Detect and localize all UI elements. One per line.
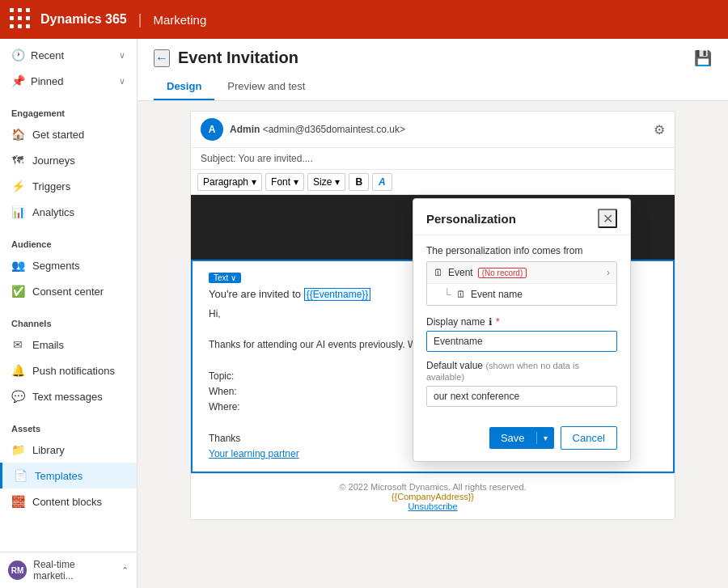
- sidebar-recent[interactable]: 🕐 Recent ∨: [0, 42, 137, 68]
- sidebar-pinned-label: Pinned: [31, 75, 63, 87]
- sidebar-section-audience: Audience 👥 Segments ✅ Consent center: [0, 228, 137, 307]
- sender-avatar: A: [201, 118, 223, 141]
- sidebar-item-journeys[interactable]: 🗺 Journeys: [0, 147, 137, 173]
- sidebar-item-library[interactable]: 📁 Library: [0, 437, 137, 463]
- sidebar-section-assets: Assets 📁 Library 📄 Templates 🧱 Content b…: [0, 412, 137, 518]
- save-chevron[interactable]: ▾: [537, 432, 554, 444]
- sidebar-item-push-notifications[interactable]: 🔔 Push notifications: [0, 357, 137, 383]
- content-area: ← Event Invitation 💾 Design Preview and …: [138, 39, 728, 588]
- from-email: <admin@d365domaintest.co.uk>: [263, 124, 405, 135]
- tabs: Design Preview and test: [154, 74, 712, 100]
- triggers-icon: ⚡: [11, 180, 24, 192]
- get-started-icon: 🏠: [11, 128, 24, 141]
- sidebar-recent-label: Recent: [31, 49, 64, 61]
- sidebar: 🕐 Recent ∨ 📌 Pinned ∨ Engagement 🏠 Get s…: [0, 39, 138, 588]
- size-select[interactable]: Size ▾: [307, 173, 345, 191]
- sidebar-item-templates[interactable]: 📄 Templates: [0, 463, 137, 489]
- text-badge[interactable]: Text ∨: [209, 273, 241, 283]
- save-icon[interactable]: 💾: [694, 50, 712, 66]
- display-name-label: Display name ℹ *: [426, 315, 617, 328]
- tree-parent-label: Event: [448, 267, 473, 278]
- sidebar-section-engagement: Engagement 🏠 Get started 🗺 Journeys ⚡ Tr…: [0, 97, 137, 228]
- event-name-icon: 🗓: [456, 289, 466, 300]
- status-bar-sidebar[interactable]: RM Real-time marketi... ⌃: [0, 552, 137, 588]
- pinned-icon: 📌: [11, 74, 24, 87]
- sidebar-consent-label: Consent center: [32, 286, 104, 298]
- default-value-input[interactable]: [426, 386, 617, 407]
- segments-icon: 👥: [11, 259, 24, 272]
- tree-child-label: Event name: [471, 289, 523, 300]
- subject-row: Subject: You are invited....: [191, 148, 675, 170]
- sidebar-item-get-started[interactable]: 🏠 Get started: [0, 121, 137, 147]
- back-button[interactable]: ←: [154, 49, 170, 67]
- sidebar-item-content-blocks[interactable]: 🧱 Content blocks: [0, 489, 137, 514]
- sidebar-text-label: Text messages: [32, 391, 103, 403]
- learning-partner-link[interactable]: Your learning partner: [209, 448, 299, 459]
- paragraph-select[interactable]: Paragraph ▾: [197, 173, 262, 191]
- sidebar-library-label: Library: [32, 444, 65, 456]
- sidebar-push-label: Push notifications: [32, 365, 115, 377]
- sidebar-item-segments[interactable]: 👥 Segments: [0, 252, 137, 278]
- page-header-actions: 💾: [694, 49, 712, 67]
- tree-child-row: └ 🗓 Event name: [427, 284, 616, 305]
- app-grid-icon[interactable]: [10, 8, 32, 31]
- tab-design[interactable]: Design: [154, 74, 214, 100]
- cancel-button[interactable]: Cancel: [561, 426, 617, 450]
- main-layout: 🕐 Recent ∨ 📌 Pinned ∨ Engagement 🏠 Get s…: [0, 39, 728, 588]
- from-name: Admin: [230, 124, 260, 135]
- required-marker: *: [496, 315, 500, 328]
- size-label: Size: [313, 176, 332, 188]
- editor-area: A Admin <admin@d365domaintest.co.uk> ⚙ S…: [138, 101, 728, 588]
- text-badge-label: Text ∨: [214, 273, 236, 282]
- analytics-icon: 📊: [11, 205, 24, 218]
- font-select[interactable]: Font ▾: [265, 173, 304, 191]
- invited-prefix: You're are invited to: [209, 288, 304, 300]
- sidebar-get-started-label: Get started: [32, 129, 84, 141]
- unsubscribe-link[interactable]: Unsubscribe: [408, 501, 457, 511]
- settings-gear-icon[interactable]: ⚙: [654, 122, 665, 137]
- info-tree: 🗓 Event (No record) › └ 🗓 Event name: [426, 261, 617, 306]
- sidebar-pinned[interactable]: 📌 Pinned ∨: [0, 68, 137, 94]
- bold-button[interactable]: B: [349, 173, 369, 191]
- paragraph-chevron: ▾: [252, 176, 256, 188]
- tab-preview[interactable]: Preview and test: [214, 74, 318, 100]
- dialog-header: Personalization ✕: [413, 199, 630, 235]
- sidebar-item-consent-center[interactable]: ✅ Consent center: [0, 278, 137, 304]
- module-name: Marketing: [153, 13, 206, 27]
- italic-button[interactable]: A: [372, 173, 392, 191]
- paragraph-label: Paragraph: [203, 176, 248, 188]
- tree-parent-row[interactable]: 🗓 Event (No record) ›: [427, 262, 616, 284]
- sidebar-item-text-messages[interactable]: 💬 Text messages: [0, 383, 137, 409]
- dialog-title: Personalization: [426, 212, 516, 226]
- tree-connector: └: [443, 288, 451, 301]
- tree-parent-chevron: ›: [607, 267, 610, 278]
- font-chevron: ▾: [294, 176, 298, 188]
- status-text: Real-time marketi...: [33, 559, 115, 582]
- dialog-close-button[interactable]: ✕: [598, 209, 617, 228]
- sidebar-journeys-label: Journeys: [32, 154, 75, 167]
- save-label: Save: [489, 432, 536, 444]
- dialog-body: The personalization info comes from 🗓 Ev…: [413, 235, 630, 426]
- status-avatar: RM: [8, 561, 27, 580]
- sidebar-item-analytics[interactable]: 📊 Analytics: [0, 199, 137, 225]
- content-blocks-icon: 🧱: [11, 495, 24, 508]
- assets-label: Assets: [0, 416, 137, 437]
- save-button[interactable]: Save ▾: [489, 427, 554, 449]
- sidebar-emails-label: Emails: [32, 339, 64, 351]
- engagement-label: Engagement: [0, 100, 137, 121]
- tree-no-record-badge: (No record): [478, 268, 527, 278]
- dialog-footer: Save ▾ Cancel: [413, 426, 630, 461]
- info-comes-from-label: The personalization info comes from: [426, 245, 617, 256]
- footer-copyright: © 2022 Microsoft Dynamics. All rights re…: [199, 482, 667, 492]
- sidebar-item-triggers[interactable]: ⚡ Triggers: [0, 173, 137, 199]
- sidebar-nav-top: 🕐 Recent ∨ 📌 Pinned ∨: [0, 39, 137, 97]
- recent-icon: 🕐: [11, 49, 24, 61]
- sidebar-section-channels: Channels ✉ Emails 🔔 Push notifications 💬…: [0, 307, 137, 412]
- info-icon: ℹ: [489, 316, 493, 328]
- sidebar-item-emails[interactable]: ✉ Emails: [0, 332, 137, 357]
- tree-parent-left: 🗓 Event (No record): [434, 267, 527, 278]
- display-name-input[interactable]: [426, 331, 617, 352]
- channels-label: Channels: [0, 311, 137, 332]
- email-from-row: A Admin <admin@d365domaintest.co.uk> ⚙: [191, 112, 675, 148]
- page-title: Event Invitation: [178, 49, 298, 67]
